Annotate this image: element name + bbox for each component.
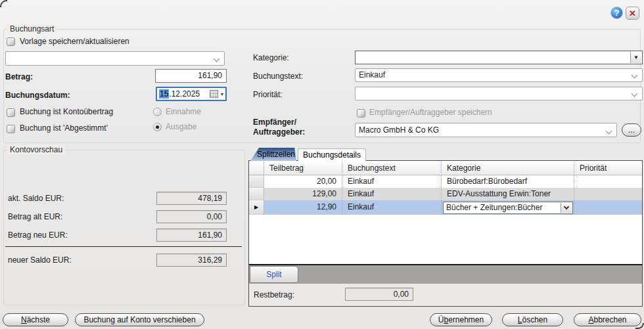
calendar-icon[interactable] bbox=[210, 90, 218, 98]
uebernehmen-button[interactable]: Übernehmen bbox=[430, 313, 492, 326]
prioritaet-label: Priorität: bbox=[253, 90, 283, 99]
betrag-alt-label: Betrag alt EUR: bbox=[8, 212, 62, 221]
buchungsdatum-input[interactable]: 15 .12.2025 ▾ bbox=[156, 87, 227, 101]
naechste-button[interactable]: Nächste bbox=[3, 313, 68, 326]
ausgabe-radio[interactable] bbox=[153, 123, 162, 131]
buchungstext-label: Buchungstext: bbox=[253, 72, 303, 81]
neuer-saldo-label: neuer Saldo EUR: bbox=[8, 255, 72, 265]
chevron-down-icon bbox=[632, 72, 638, 79]
table-cell-prioritaet[interactable] bbox=[574, 175, 642, 188]
kategorie-combobox[interactable]: ▼ bbox=[355, 51, 643, 64]
template-combobox[interactable] bbox=[5, 51, 225, 66]
empfaenger-label-line1: Empfänger/ bbox=[253, 118, 296, 127]
kontouebertrag-checkbox[interactable] bbox=[7, 108, 15, 117]
buchung-verschieben-button[interactable]: Buchung auf Konto verschieben bbox=[75, 313, 204, 326]
row-selector[interactable] bbox=[249, 175, 264, 188]
abbrechen-button[interactable]: Abbrechen bbox=[574, 313, 641, 326]
kontovorschau-group-label: Kontovorschau bbox=[7, 145, 65, 154]
column-header-prioritaet[interactable]: Priorität bbox=[574, 162, 642, 175]
split-toolbar bbox=[249, 265, 642, 284]
tab-splittzeilen[interactable]: Splittzeilen bbox=[250, 148, 296, 161]
window-corner-decoration bbox=[0, 0, 7, 7]
help-icon[interactable]: ? bbox=[610, 7, 623, 19]
date-rest: .12.2025 bbox=[169, 89, 200, 99]
table-cell-kategorie[interactable]: EDV-Ausstattung Erwin:Toner bbox=[442, 188, 574, 200]
betrag-neu-label: Betrag neu EUR: bbox=[8, 230, 68, 240]
buchungsdatum-label: Buchungsdatum: bbox=[5, 91, 70, 100]
empfaenger-speichern-label: Empfänger/Auftraggeber speichern bbox=[369, 108, 492, 117]
vorlage-speichern-checkbox[interactable] bbox=[7, 37, 15, 46]
chevron-down-icon[interactable]: ▾ bbox=[221, 91, 223, 97]
empfaenger-combobox-value: Macro GmbH & Co KG bbox=[359, 125, 439, 135]
betrag-neu-value: 161,90 bbox=[156, 229, 227, 242]
split-button[interactable]: Split bbox=[250, 266, 298, 283]
empfaenger-more-button[interactable]: ... bbox=[622, 123, 641, 137]
table-corner-cell bbox=[249, 162, 264, 175]
buchungstext-combobox-value: Einkauf bbox=[359, 70, 385, 79]
table-cell-kategorie[interactable]: Bürobedarf:Bürobedarf bbox=[442, 175, 574, 188]
close-icon[interactable]: ✕ bbox=[626, 7, 639, 20]
empfaenger-speichern-checkbox[interactable] bbox=[357, 109, 365, 118]
table-cell-prioritaet[interactable] bbox=[574, 188, 642, 200]
einnahme-label: Einnahme bbox=[166, 107, 201, 116]
kontovorschau-group: Kontovorschau bbox=[3, 150, 245, 305]
betrag-input[interactable]: 161,90 bbox=[155, 69, 227, 83]
saldo-divider bbox=[5, 246, 242, 247]
table-cell-buchungstext[interactable]: Einkauf bbox=[342, 200, 442, 215]
chevron-down-icon bbox=[606, 128, 612, 135]
dropdown-arrow-icon[interactable]: ▼ bbox=[630, 52, 641, 63]
kontouebertrag-label: Buchung ist Kontoübertrag bbox=[20, 107, 113, 116]
table-cell-buchungstext[interactable]: Einkauf bbox=[342, 175, 442, 188]
empfaenger-combobox[interactable]: Macro GmbH & Co KG bbox=[355, 123, 617, 137]
table-cell-teilbetrag[interactable]: 129,00 bbox=[264, 188, 342, 200]
buchungstext-combobox[interactable]: Einkauf bbox=[355, 68, 643, 82]
abgestimmt-checkbox[interactable] bbox=[7, 125, 15, 133]
chevron-down-icon bbox=[214, 56, 220, 62]
chevron-down-icon[interactable] bbox=[561, 203, 572, 213]
akt-saldo-label: akt. Saldo EUR: bbox=[8, 194, 64, 203]
kategorie-cell-combobox[interactable]: Bücher + Zeitungen:Bücher bbox=[443, 202, 573, 214]
kategorie-cell-value: Bücher + Zeitungen:Bücher bbox=[446, 203, 542, 212]
booking-dialog: ? ✕ Buchungsart Vorlage speichern/aktual… bbox=[0, 0, 644, 329]
restbetrag-value: 0,00 bbox=[345, 288, 413, 301]
restbetrag-section bbox=[249, 284, 642, 306]
abgestimmt-label: Buchung ist 'Abgestimmt' bbox=[20, 123, 108, 133]
loeschen-button[interactable]: Löschen bbox=[502, 313, 563, 326]
buchungsart-group-label: Buchungsart bbox=[7, 24, 57, 33]
chevron-down-icon bbox=[632, 91, 638, 97]
prioritaet-combobox[interactable] bbox=[355, 87, 643, 100]
kategorie-label: Kategorie: bbox=[253, 53, 289, 62]
date-day-selected: 15 bbox=[159, 89, 169, 99]
row-selector[interactable] bbox=[249, 188, 264, 200]
table-cell-teilbetrag[interactable]: 12,90 bbox=[264, 200, 342, 215]
table-cell-buchungstext[interactable]: Einkauf bbox=[342, 188, 442, 200]
column-header-buchungstext[interactable]: Buchungstext bbox=[342, 162, 442, 175]
table-cell-teilbetrag[interactable]: 20,00 bbox=[264, 175, 342, 188]
akt-saldo-value: 478,19 bbox=[156, 192, 227, 205]
column-header-teilbetrag[interactable]: Teilbetrag bbox=[264, 162, 342, 175]
restbetrag-label: Restbetrag: bbox=[254, 290, 294, 299]
tab-buchungsdetails[interactable]: Buchungsdetails bbox=[298, 148, 366, 161]
table-cell-prioritaet[interactable] bbox=[574, 200, 642, 215]
einnahme-radio[interactable] bbox=[153, 108, 162, 116]
betrag-label: Betrag: bbox=[5, 72, 33, 81]
column-header-kategorie[interactable]: Kategorie bbox=[442, 162, 574, 175]
vorlage-speichern-label: Vorlage speichern/aktualisieren bbox=[20, 37, 129, 46]
betrag-alt-value: 0,00 bbox=[156, 210, 227, 223]
ausgabe-label: Ausgabe bbox=[166, 122, 196, 131]
neuer-saldo-value: 316,29 bbox=[156, 253, 227, 267]
selected-row-marker-icon[interactable]: ▶ bbox=[249, 200, 264, 215]
empfaenger-label-line2: Auftraggeber: bbox=[253, 127, 305, 137]
